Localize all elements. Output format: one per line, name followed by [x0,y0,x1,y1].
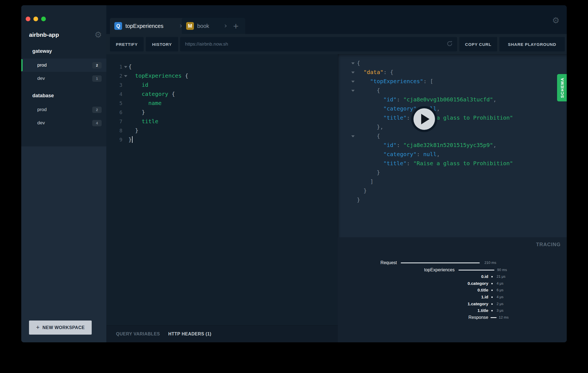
response-line: "data": { [338,68,567,77]
settings-gear-icon[interactable]: ⚙ [552,16,560,25]
line-number: 7 [106,117,122,126]
new-workspace-button[interactable]: + NEW WORKSPACE [29,321,92,335]
tab-topExperiences[interactable]: QtopExperiences× [110,18,188,34]
json-token: "topExperiences" [370,78,423,85]
json-token: , [437,151,440,157]
new-tab-button[interactable]: + [226,18,245,34]
reload-icon[interactable] [446,40,453,48]
code-token: } [142,109,145,115]
json-token: "title" [383,160,407,167]
tab-bar: QtopExperiences×Mbook× + ⚙ [106,5,567,34]
playground-window: airbnb-app ⚙ gatewayprod2dev1databasepro… [21,5,567,342]
tab-book[interactable]: Mbook× [182,18,233,34]
json-token: "category" [383,105,416,112]
query-editor[interactable]: 1{2topExperiences {3id4category {5name6}… [106,54,338,144]
workspace-settings-gear-icon[interactable]: ⚙ [94,31,102,39]
workspace-header: airbnb-app ⚙ [29,29,102,41]
json-token: }, [377,124,383,130]
endpoint-url-input[interactable] [180,41,446,47]
tracing-bar [491,290,493,291]
new-workspace-label: NEW WORKSPACE [43,325,85,330]
json-token: "cja8e32k81n5201515yyc35p9" [403,142,493,148]
tracing-bar [491,310,493,311]
history-button[interactable]: HISTORY [146,37,178,51]
tracing-bar [401,262,480,263]
line-number: 5 [106,99,122,108]
toolbar: PRETTIFY HISTORY COPY CURL SHARE PLAYGRO… [106,34,567,54]
json-token: } [357,196,360,203]
fold-arrow-icon[interactable] [124,75,127,77]
code-token: name [148,100,162,106]
sidebar-item-gateway-dev[interactable]: dev1 [21,72,106,85]
json-token: : [407,160,413,167]
fold-arrow-icon[interactable] [124,66,127,68]
tracing-row-label: 1.id [338,294,488,300]
tab-type-badge: Q [114,22,122,30]
code-token: } [128,136,132,143]
tab-label: topExperiences [125,23,176,29]
zoom-window-icon[interactable] [41,17,46,21]
tracing-row-label: 1.category [338,301,488,307]
tab-label: book [197,23,220,29]
sidebar-item-database-prod[interactable]: prod2 [21,103,106,116]
response-viewer: {"data": {"topExperiences": [{"id": "cja… [338,54,567,237]
collapse-arrow-icon[interactable] [351,90,355,92]
query-variables-tab[interactable]: QUERY VARIABLES [116,332,160,337]
tracing-row-value: 90 ms [497,267,507,273]
code-token: } [135,127,138,134]
schema-tab[interactable]: SCHEMA [557,74,567,101]
tracing-panel: TRACING Request210 mstopExperiences90 ms… [338,237,567,342]
collapse-arrow-icon[interactable] [351,62,355,64]
tab-type-badge: M [186,22,194,30]
collapse-arrow-icon[interactable] [351,72,355,73]
line-number: 8 [106,126,122,135]
text-cursor [132,136,133,143]
json-token: , [493,96,496,103]
tracing-row: topExperiences90 ms [338,267,567,273]
plus-icon: + [233,21,239,31]
response-line: { [338,59,567,68]
sidebar-item-badge: 2 [92,62,102,69]
response-line: ] [338,177,567,186]
editor-line: 6} [106,108,338,117]
tracing-row-label: 0.title [338,287,488,293]
sidebar-section: gatewayprod2dev1 [21,45,106,85]
sidebar-items: prod2dev4 [21,103,106,130]
copy-curl-button[interactable]: COPY CURL [459,37,497,51]
sidebar-item-database-dev[interactable]: dev4 [21,116,106,130]
tracing-row: 1.id4 μs [338,294,567,300]
json-token: { [377,133,380,139]
response-line: "topExperiences": [ [338,77,567,86]
prettify-button[interactable]: PRETTIFY [110,37,144,51]
line-number: 3 [106,80,122,90]
editor-bottom-bar: QUERY VARIABLES HTTP HEADERS (1) [106,325,338,342]
response-line: { [338,132,567,141]
json-token: "cja8e0vvg1b060156al3tucfd" [403,96,493,103]
minimize-window-icon[interactable] [33,17,38,21]
query-editor-pane[interactable]: 1{2topExperiences {3id4category {5name6}… [106,54,338,342]
close-window-icon[interactable] [26,17,30,21]
collapse-arrow-icon[interactable] [351,81,355,83]
code-token: { [128,63,132,70]
sidebar-item-label: dev [37,120,92,126]
share-playground-button[interactable]: SHARE PLAYGROUND [499,37,565,51]
json-token: "id" [383,142,397,148]
response-line: } [338,195,567,204]
tracing-bar [491,317,497,318]
json-token: } [363,187,367,194]
sidebar-item-gateway-prod[interactable]: prod2 [21,59,106,72]
sidebar-sections: gatewayprod2dev1databaseprod2dev4 [21,45,106,130]
execute-query-button[interactable] [411,106,437,132]
http-headers-tab[interactable]: HTTP HEADERS (1) [168,332,211,337]
line-number: 9 [106,135,122,144]
response-line: "id": "cja8e0vvg1b060156al3tucfd", [338,95,567,104]
schema-tab-label: SCHEMA [560,77,564,98]
tracing-row-value: 6 μs [497,287,503,293]
collapse-arrow-icon[interactable] [351,135,355,137]
tracing-bar [491,283,493,284]
tracing-row-label: Response [338,314,488,321]
tracing-row: Request210 ms [338,260,567,266]
sidebar-item-badge: 1 [92,75,102,82]
code-token: { [172,91,175,97]
json-token: : [397,142,403,148]
